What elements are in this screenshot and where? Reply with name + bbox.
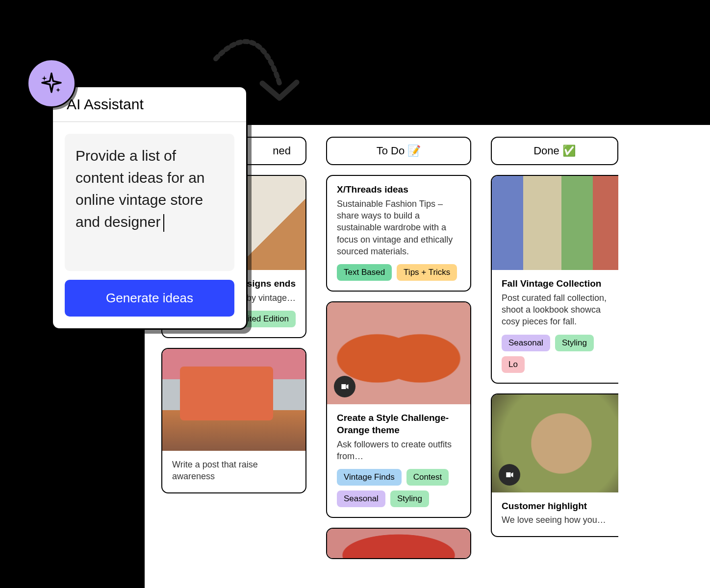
column-title: Done ✅	[533, 145, 576, 157]
tag[interactable]: Text Based	[337, 264, 392, 281]
video-icon	[334, 376, 355, 397]
card-image	[327, 529, 470, 558]
tag[interactable]: Lo	[502, 356, 525, 373]
tag[interactable]: Styling	[390, 490, 429, 507]
card-desc: Post curated fall collection, shoot a lo…	[502, 292, 609, 328]
column-todo: To Do 📝 X/Threads ideas Sustainable Fash…	[326, 137, 471, 576]
tag[interactable]: Contest	[406, 469, 449, 486]
column-title: To Do 📝	[377, 145, 421, 157]
video-icon	[499, 464, 520, 486]
card-image	[162, 349, 305, 451]
ai-modal-title: AI Assistant	[53, 87, 246, 122]
card[interactable]: Fall Vintage Collection Post curated fal…	[491, 175, 618, 384]
card-image	[492, 394, 618, 492]
tag[interactable]: Seasonal	[337, 490, 385, 507]
card-desc: Sustainable Fashion Tips – share ways to…	[337, 198, 460, 257]
tag[interactable]: Styling	[555, 335, 594, 351]
ai-assistant-modal: AI Assistant Provide a list of content i…	[51, 86, 248, 330]
card[interactable]: X/Threads ideas Sustainable Fashion Tips…	[326, 175, 471, 292]
tag[interactable]: Seasonal	[502, 335, 550, 351]
ai-prompt-text: Provide a list of content ideas for an o…	[76, 147, 205, 230]
card-image	[327, 302, 470, 404]
ai-prompt-input[interactable]: Provide a list of content ideas for an o…	[65, 134, 234, 271]
card-desc: Write a post that raise awareness	[172, 459, 296, 483]
card-desc: We love seeing how you…	[502, 514, 609, 526]
card-desc: Ask followers to create outfits from…	[337, 439, 460, 463]
sparkle-icon	[38, 70, 65, 97]
card-image	[492, 176, 618, 270]
column-header[interactable]: Done ✅	[491, 137, 618, 165]
card-title: Create a Style Challenge-Orange theme	[337, 412, 460, 436]
card-title: Customer highlight	[502, 500, 609, 513]
card-title: Fall Vintage Collection	[502, 278, 609, 290]
column-title-fragment: ned	[273, 145, 291, 157]
card[interactable]: Customer highlight We love seeing how yo…	[491, 393, 618, 537]
generate-ideas-button[interactable]: Generate ideas	[65, 280, 234, 317]
text-cursor	[163, 214, 164, 232]
tag[interactable]: Tips + Tricks	[397, 264, 457, 281]
card[interactable]	[326, 528, 471, 559]
card[interactable]: Write a post that raise awareness	[161, 348, 306, 493]
column-done: Done ✅ Fall Vintage Collection Post cura…	[491, 137, 618, 576]
card[interactable]: Create a Style Challenge-Orange theme As…	[326, 301, 471, 518]
ai-sparkle-badge[interactable]	[27, 59, 76, 108]
tag[interactable]: Vintage Finds	[337, 469, 402, 486]
card-title: X/Threads ideas	[337, 184, 460, 196]
column-header[interactable]: To Do 📝	[326, 137, 471, 165]
